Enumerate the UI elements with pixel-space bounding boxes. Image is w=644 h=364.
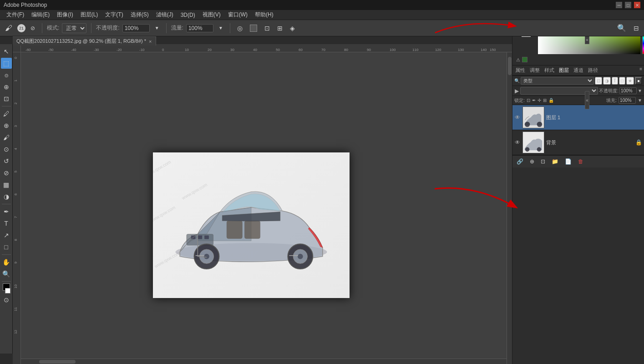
lock-transparent-btn[interactable]: ⊡ <box>527 98 530 103</box>
background-color-swatch[interactable] <box>5 288 10 293</box>
flow-input[interactable] <box>186 24 213 32</box>
close-button[interactable]: ✕ <box>634 2 640 8</box>
tool-path-select[interactable]: ↗ <box>1 230 12 241</box>
tool-text[interactable]: T <box>1 218 12 229</box>
menu-select[interactable]: 选择(S) <box>127 10 152 20</box>
menu-help[interactable]: 帮助(H) <box>251 10 277 20</box>
filter-adjust-btn[interactable]: ◑ <box>603 77 611 85</box>
color-btn[interactable] <box>248 23 259 33</box>
menu-edit[interactable]: 编辑(E) <box>28 10 53 20</box>
tab-layers[interactable]: 图层 <box>558 66 570 74</box>
layer-mask-btn[interactable]: ⊡ <box>538 157 548 166</box>
tab-properties[interactable]: 属性 <box>514 66 526 74</box>
brush-angle-btn[interactable]: ⊘ <box>28 24 37 33</box>
minimize-button[interactable]: ─ <box>616 2 622 8</box>
pressure-size-btn[interactable]: ⊡ <box>262 23 272 33</box>
vertical-scrollbar[interactable] <box>507 52 512 364</box>
lock-pixels-btn[interactable]: ✒ <box>532 98 536 103</box>
tool-shape[interactable]: □ <box>1 242 12 253</box>
menu-text[interactable]: 文字(T) <box>101 10 127 20</box>
layer-eye-1[interactable]: 👁 <box>514 114 521 121</box>
opacity-toggle[interactable]: ▼ <box>152 24 162 32</box>
tool-clone[interactable]: ⊙ <box>1 144 12 155</box>
color-warning-swatch[interactable] <box>522 57 527 62</box>
blend-mode-select[interactable]: 正常 溶解 变暗 <box>62 23 86 33</box>
new-group-btn[interactable]: 📁 <box>549 157 561 166</box>
maximize-button[interactable]: □ <box>625 2 631 8</box>
layer-effects-btn[interactable]: ⊕ <box>527 157 537 166</box>
filter-pixel-btn[interactable]: ⊡ <box>595 77 602 85</box>
opacity-input[interactable] <box>122 24 150 32</box>
filter-type-btn[interactable]: T <box>612 77 618 85</box>
opacity-input-layers[interactable] <box>619 87 637 94</box>
canvas-content[interactable]: www.qxw.com www.qxw.com www.qxw.com www.… <box>21 52 512 364</box>
airbrush-btn[interactable]: ◎ <box>235 23 245 33</box>
tab-paths[interactable]: 路径 <box>587 66 599 74</box>
car-svg-container <box>162 162 340 289</box>
menu-window[interactable]: 窗口(W) <box>224 10 251 20</box>
tool-history-brush[interactable]: ↺ <box>1 156 12 167</box>
menu-filter[interactable]: 滤镜(J) <box>152 10 177 20</box>
brush-size-indicator: 21 <box>17 24 25 32</box>
lock-all-btn[interactable]: 🔒 <box>548 98 554 103</box>
tool-hand[interactable]: ✋ <box>1 257 12 268</box>
menu-view[interactable]: 视图(V) <box>199 10 224 20</box>
panel-expand-handle[interactable]: « <box>585 35 589 44</box>
delete-layer-btn[interactable]: 🗑 <box>576 157 586 166</box>
fill-input-layers[interactable] <box>619 97 636 104</box>
tool-quick-mask[interactable]: ⊙ <box>1 294 12 305</box>
tab-styles[interactable]: 样式 <box>543 66 555 74</box>
image-canvas[interactable]: www.qxw.com www.qxw.com www.qxw.com www.… <box>153 152 350 298</box>
tab-channels[interactable]: 通道 <box>573 66 584 74</box>
tool-rect-select[interactable]: ⬚ <box>1 58 12 69</box>
tool-lasso[interactable]: ⌾ <box>1 70 12 81</box>
menu-layer[interactable]: 图层(L) <box>77 10 102 20</box>
tool-eraser[interactable]: ⊘ <box>1 167 12 178</box>
titlebar-title: Adobe Photoshop <box>4 2 47 8</box>
tool-healing[interactable]: ⊕ <box>1 120 12 131</box>
tool-brush[interactable]: 🖌 <box>1 132 12 143</box>
filter-toggle[interactable]: ● <box>635 77 642 85</box>
tool-quick-select[interactable]: ⊕ <box>1 81 12 92</box>
opacity-dropdown-layers[interactable]: ▼ <box>638 88 642 93</box>
menu-3d[interactable]: 3D(D) <box>177 11 199 19</box>
filter-shape-btn[interactable]: □ <box>619 77 625 85</box>
workspace-btn[interactable]: ⊟ <box>631 23 641 33</box>
flow-toggle[interactable]: ▼ <box>216 24 225 32</box>
link-layers-btn[interactable]: 🔗 <box>514 157 526 166</box>
filter-smart-btn[interactable]: ★ <box>626 77 634 85</box>
lock-position-btn[interactable]: ✛ <box>538 98 541 103</box>
layer-expand-btn[interactable]: ▶ <box>514 87 519 95</box>
tool-gradient[interactable]: ▦ <box>1 179 12 190</box>
layer-thumb-bg <box>522 131 544 153</box>
pressure-opacity-btn[interactable]: ⊞ <box>275 23 285 33</box>
fill-dropdown-layers[interactable]: ▼ <box>638 98 642 103</box>
tool-zoom[interactable]: 🔍 <box>1 268 12 279</box>
tab-adjustments[interactable]: 调整 <box>529 66 541 74</box>
svg-rect-12 <box>244 221 260 238</box>
new-layer-btn[interactable]: 📄 <box>563 157 574 166</box>
document-close-btn[interactable]: × <box>149 39 152 44</box>
hud-btn[interactable]: ◈ <box>288 23 297 33</box>
layer-eye-bg[interactable]: 👁 <box>514 139 521 146</box>
layer-item-background[interactable]: 👁 背景 🔒 <box>512 130 644 155</box>
horizontal-scrollbar[interactable] <box>21 359 507 364</box>
properties-tabs: 属性 调整 样式 图层 通道 路径 ≡ <box>512 66 644 76</box>
menu-image[interactable]: 图像(I) <box>53 10 76 20</box>
document-tab[interactable]: QQ截图20201027113252.jpg @ 90.2% (图层 1, RG… <box>13 36 156 46</box>
tool-dodge[interactable]: ◑ <box>1 191 12 202</box>
search-btn-toolbar[interactable]: 🔍 <box>615 22 629 34</box>
warning-icon: ⚠ <box>516 57 520 62</box>
svg-point-7 <box>204 254 209 259</box>
panel-menu-btn[interactable]: ≡ <box>639 66 642 74</box>
layer-type-filter[interactable]: 类型 名称 效果 模式 <box>521 77 594 85</box>
tool-brush-settings[interactable]: 🖌 <box>3 23 15 34</box>
tool-pen[interactable]: ✒ <box>1 206 12 217</box>
layer-item-1[interactable]: 👁 图层 1 <box>512 105 644 130</box>
panel-collapse-handle[interactable]: « <box>585 91 589 109</box>
tool-eyedropper[interactable]: 🖊 <box>1 108 12 119</box>
menu-file[interactable]: 文件(F) <box>3 10 28 20</box>
tool-move[interactable]: ↖ <box>1 46 12 57</box>
lock-artboard-btn[interactable]: ⊞ <box>543 98 547 103</box>
tool-crop[interactable]: ⊡ <box>1 93 12 104</box>
